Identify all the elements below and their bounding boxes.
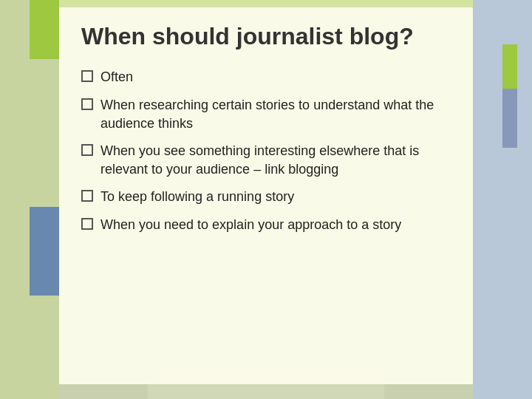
right-blue-accent — [502, 89, 517, 148]
bottom-bar-center — [148, 384, 384, 399]
main-content-area: When should journalist blog? Often When … — [59, 7, 473, 392]
list-item: Often — [81, 68, 451, 86]
list-item: To keep following a running story — [81, 188, 451, 206]
bullet-text-2: When researching certain stories to unde… — [100, 96, 451, 133]
left-blue-accent — [30, 207, 59, 296]
slide-container: When should journalist blog? Often When … — [0, 0, 532, 399]
bullet-icon-3 — [81, 144, 93, 156]
right-green-accent — [502, 44, 517, 89]
list-item: When you see something interesting elsew… — [81, 142, 451, 179]
bullet-text-3: When you see something interesting elsew… — [100, 142, 451, 179]
left-column — [0, 0, 59, 399]
bullet-icon-2 — [81, 98, 93, 110]
bullet-list: Often When researching certain stories t… — [81, 68, 451, 233]
right-column — [473, 0, 532, 399]
bullet-icon-1 — [81, 70, 93, 82]
list-item: When you need to explain your approach t… — [81, 216, 451, 234]
bullet-icon-5 — [81, 218, 93, 230]
bullet-text-5: When you need to explain your approach t… — [100, 216, 451, 234]
list-item: When researching certain stories to unde… — [81, 96, 451, 133]
bullet-text-1: Often — [100, 68, 451, 86]
bullet-text-4: To keep following a running story — [100, 188, 451, 206]
slide-title: When should journalist blog? — [81, 22, 451, 50]
left-green-accent — [30, 0, 59, 59]
bullet-icon-4 — [81, 190, 93, 202]
